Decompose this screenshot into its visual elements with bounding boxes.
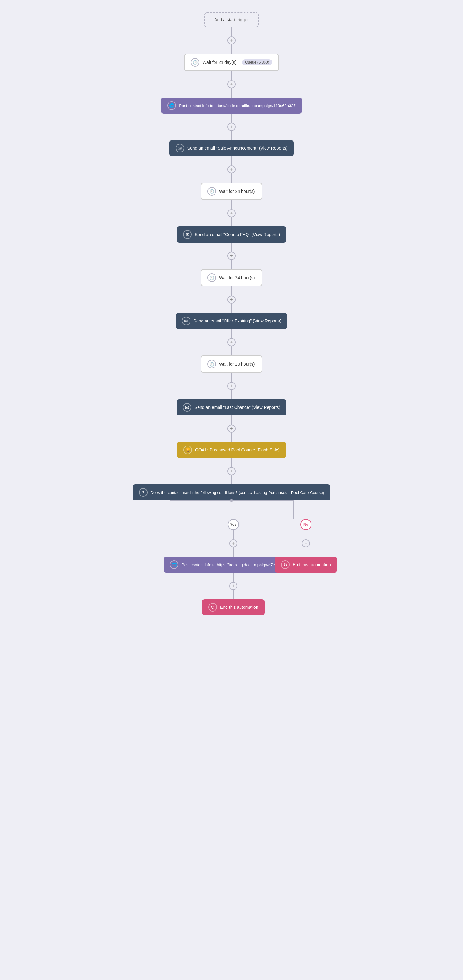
vline xyxy=(231,260,232,269)
email-box-2[interactable]: ✉ Send an email "Course FAQ" (View Repor… xyxy=(177,226,286,243)
vline xyxy=(231,329,232,338)
queue-badge-1: Queue (6,860) xyxy=(242,59,272,65)
add-button-11[interactable]: + xyxy=(228,467,235,475)
wait-node-2[interactable]: 🕐 Wait for 24 hour(s) xyxy=(114,183,349,200)
wait-box-4[interactable]: 🕐 Wait for 20 hour(s) xyxy=(200,355,263,373)
wait-box-1[interactable]: 🕐 Wait for 21 day(s) Queue (6,860) xyxy=(184,54,279,71)
automation-canvas: Add a start trigger + 🕐 Wait for 21 day(… xyxy=(114,12,349,968)
email-label-1: Send an email "Sale Announcement" (View … xyxy=(187,146,288,151)
email-node-2[interactable]: ✉ Send an email "Course FAQ" (View Repor… xyxy=(114,226,349,243)
vline xyxy=(233,573,234,582)
condition-label: Does the contact match the following con… xyxy=(151,490,325,495)
add-button-4[interactable]: + xyxy=(228,165,235,173)
vline xyxy=(231,286,232,296)
add-button-yes-2[interactable]: + xyxy=(229,582,237,590)
wait-box-2[interactable]: 🕐 Wait for 24 hour(s) xyxy=(200,183,263,200)
trigger-label: Add a start trigger xyxy=(214,17,248,22)
branch-line-left xyxy=(170,501,231,501)
branch-dot xyxy=(230,499,233,502)
vline xyxy=(231,433,232,442)
goal-node[interactable]: 🏆 GOAL: Purchased Pool Course (Flash Sal… xyxy=(114,442,349,458)
wait-node-4[interactable]: 🕐 Wait for 20 hour(s) xyxy=(114,355,349,373)
post-box-1[interactable]: 🌐 Post contact info to https://code.dead… xyxy=(161,97,302,113)
add-button-9[interactable]: + xyxy=(228,382,235,390)
vline xyxy=(231,304,232,313)
email-label-3: Send an email "Offer Expiring" (View Rep… xyxy=(194,318,282,323)
clock-icon-2: 🕐 xyxy=(207,187,216,196)
add-button-1[interactable]: + xyxy=(228,37,235,45)
email-box-4[interactable]: ✉ Send an email "Last Chance" (View Repo… xyxy=(177,399,286,415)
email-node-3[interactable]: ✉ Send an email "Offer Expiring" (View R… xyxy=(114,313,349,329)
envelope-icon-2: ✉ xyxy=(183,230,192,239)
vline xyxy=(231,113,232,123)
wait-node-3[interactable]: 🕐 Wait for 24 hour(s) xyxy=(114,269,349,286)
vline xyxy=(231,88,232,97)
wait-label-4: Wait for 20 hour(s) xyxy=(219,362,255,367)
email-box-3[interactable]: ✉ Send an email "Offer Expiring" (View R… xyxy=(176,313,288,329)
vline xyxy=(231,173,232,183)
refresh-icon-no: ↻ xyxy=(281,560,290,569)
vline xyxy=(233,590,234,599)
add-button-yes[interactable]: + xyxy=(229,539,237,547)
vline xyxy=(231,390,232,399)
vline xyxy=(231,131,232,140)
question-icon: ? xyxy=(139,488,148,497)
vline xyxy=(231,217,232,226)
clock-icon-1: 🕐 xyxy=(191,58,199,67)
vline xyxy=(231,458,232,467)
wait-box-3[interactable]: 🕐 Wait for 24 hour(s) xyxy=(200,269,263,286)
vline xyxy=(231,243,232,252)
vline xyxy=(305,547,306,557)
email-label-2: Send an email "Course FAQ" (View Reports… xyxy=(195,232,280,237)
vline xyxy=(233,530,234,539)
clock-icon-3: 🕐 xyxy=(207,274,216,282)
email-box-1[interactable]: ✉ Send an email "Sale Announcement" (Vie… xyxy=(169,140,294,156)
email-node-4[interactable]: ✉ Send an email "Last Chance" (View Repo… xyxy=(114,399,349,415)
branch-vline-right xyxy=(293,501,294,519)
connector-line xyxy=(231,27,232,37)
vline xyxy=(233,547,234,557)
add-button-7[interactable]: + xyxy=(228,296,235,304)
condition-box[interactable]: ? Does the contact match the following c… xyxy=(133,484,331,501)
post-node-1[interactable]: 🌐 Post contact info to https://code.dead… xyxy=(114,97,349,113)
add-button-5[interactable]: + xyxy=(228,209,235,217)
clock-icon-4: 🕐 xyxy=(207,360,216,368)
add-button-no[interactable]: + xyxy=(302,539,310,547)
refresh-icon-yes: ↻ xyxy=(208,603,217,612)
vline xyxy=(231,200,232,209)
vline xyxy=(305,530,306,539)
envelope-icon-3: ✉ xyxy=(182,317,191,325)
envelope-icon-1: ✉ xyxy=(176,144,184,153)
trophy-icon: 🏆 xyxy=(183,445,192,454)
branch-vline-left xyxy=(170,501,170,519)
no-circle: No xyxy=(300,519,312,530)
wait-node-1[interactable]: 🕐 Wait for 21 day(s) Queue (6,860) xyxy=(114,54,349,71)
end-yes-label: End this automation xyxy=(220,605,258,610)
add-button-3[interactable]: + xyxy=(228,123,235,131)
end-no-box[interactable]: ↻ End this automation xyxy=(275,557,337,573)
trigger-box[interactable]: Add a start trigger xyxy=(204,12,258,27)
condition-node[interactable]: ? Does the contact match the following c… xyxy=(114,484,349,501)
wait-label-3: Wait for 24 hour(s) xyxy=(219,275,255,280)
add-button-6[interactable]: + xyxy=(228,252,235,260)
trigger-node[interactable]: Add a start trigger xyxy=(114,12,349,27)
envelope-icon-4: ✉ xyxy=(183,403,191,412)
vline xyxy=(231,346,232,355)
add-button-8[interactable]: + xyxy=(228,338,235,346)
wait-label-1: Wait for 21 day(s) xyxy=(202,60,236,65)
globe-icon-1: 🌐 xyxy=(167,101,176,110)
globe-icon-2: 🌐 xyxy=(170,560,178,569)
add-button-2[interactable]: + xyxy=(228,80,235,88)
email-label-4: Send an email "Last Chance" (View Report… xyxy=(194,405,280,410)
branch-split xyxy=(114,501,349,519)
post-label-1: Post contact info to https://code.deadli… xyxy=(179,103,295,108)
vline xyxy=(231,415,232,425)
goal-box[interactable]: 🏆 GOAL: Purchased Pool Course (Flash Sal… xyxy=(177,442,286,458)
end-yes-box[interactable]: ↻ End this automation xyxy=(202,599,264,615)
vline xyxy=(231,71,232,80)
no-arm: No + ↻ End this automation xyxy=(275,519,337,573)
email-node-1[interactable]: ✉ Send an email "Sale Announcement" (Vie… xyxy=(114,140,349,156)
goal-label: GOAL: Purchased Pool Course (Flash Sale) xyxy=(195,447,280,452)
add-button-10[interactable]: + xyxy=(228,425,235,433)
wait-label-2: Wait for 24 hour(s) xyxy=(219,189,255,194)
